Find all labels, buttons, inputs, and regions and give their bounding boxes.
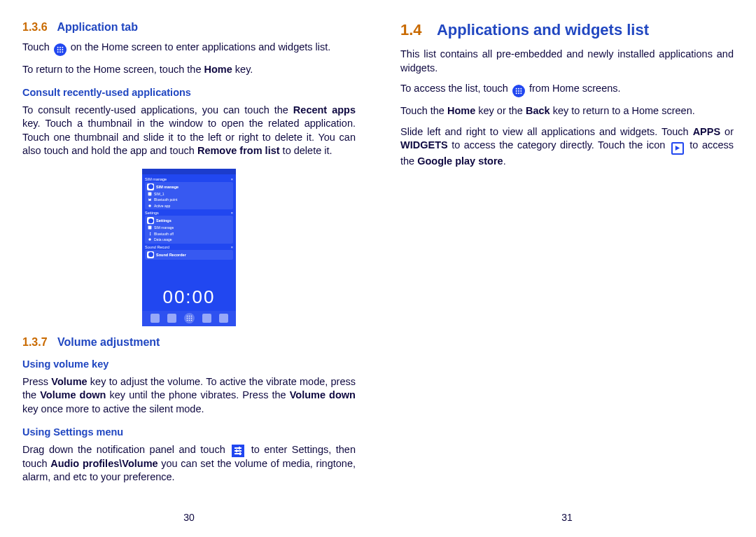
text: key to return to a Home screen. (550, 105, 695, 116)
svg-point-33 (520, 90, 522, 92)
two-page-spread: 1.3.6 Application tab Touch on the Home … (0, 0, 756, 537)
label: SIM manage (145, 177, 167, 181)
para-r3: Touch the Home key or the Back key to re… (400, 104, 734, 118)
phone-card-3-header: Sound Recorder (147, 251, 231, 258)
text: Touch the (400, 105, 447, 116)
subheading-consult: Consult recently-used applications (22, 87, 356, 98)
text: key once more to active the silent mode. (22, 403, 204, 414)
apps-grid-icon (54, 43, 66, 56)
svg-point-15 (190, 316, 192, 317)
svg-rect-22 (234, 447, 241, 449)
dock-icon (150, 314, 160, 323)
play-store-icon (671, 142, 684, 155)
svg-rect-23 (234, 450, 241, 452)
para-apptab-2: To return to the Home screen, touch the … (22, 63, 356, 77)
svg-point-4 (59, 49, 61, 50)
page-number-right: 31 (400, 512, 734, 523)
phone-card-2-header: Settings (147, 217, 231, 224)
bold-audio-profiles: Audio profiles\Volume (50, 458, 158, 469)
phone-card-row: Bluetooth off (147, 231, 231, 236)
bold-widgets: WIDGETS (400, 139, 448, 151)
svg-point-2 (62, 47, 63, 48)
close-x: × (231, 211, 233, 215)
svg-point-13 (186, 316, 188, 317)
phone-card-row: SIM_1 (147, 191, 231, 196)
row-icon (147, 197, 152, 202)
phone-screenshot: SIM manage× SIM manage SIM_1 Bluetooth p… (22, 165, 356, 326)
dock-apps-icon (184, 313, 195, 323)
phone-section-label-3: Sound Record× (145, 245, 233, 249)
text: . (503, 155, 506, 167)
svg-point-18 (190, 318, 192, 319)
svg-point-1 (59, 47, 61, 48)
row-text: Bluetooth point (154, 197, 177, 202)
close-x: × (231, 245, 233, 249)
phone-card-row: SIM manage (147, 225, 231, 230)
svg-point-19 (186, 320, 188, 321)
bold-back: Back (526, 105, 550, 116)
label: Settings (145, 211, 159, 215)
svg-point-36 (520, 92, 522, 94)
para-settings-menu: Drag down the notification panel and tou… (22, 443, 356, 484)
title: Settings (156, 218, 172, 223)
svg-point-21 (190, 320, 192, 321)
svg-point-17 (188, 318, 190, 319)
text: To access the list, touch (400, 83, 508, 94)
page-right-content: 1.4 Applications and widgets list This l… (400, 21, 734, 506)
svg-point-12 (148, 239, 151, 242)
svg-point-10 (148, 204, 151, 207)
para-apptab-1: Touch on the Home screen to enter applic… (22, 41, 356, 56)
page-right: 1.4 Applications and widgets list This l… (378, 0, 756, 537)
text: To consult recently-used applications, y… (22, 104, 293, 116)
bold-remove-from-list: Remove from list (197, 145, 280, 156)
svg-rect-27 (239, 452, 241, 455)
subheading-volume-key: Using volume key (22, 358, 356, 370)
svg-point-31 (516, 90, 517, 92)
row-text: Bluetooth off (154, 232, 174, 236)
text: key or the (475, 105, 526, 116)
svg-point-0 (57, 47, 58, 48)
page-number-left: 30 (22, 512, 356, 523)
heading-title: Applications and widgets list (437, 21, 649, 39)
heading-1-4: 1.4 Applications and widgets list (400, 21, 734, 39)
phone-dock (142, 311, 236, 326)
para-consult: To consult recently-used applications, y… (22, 104, 356, 158)
svg-point-5 (62, 49, 63, 50)
bold-home: Home (447, 105, 475, 116)
text: Press (22, 376, 51, 387)
apps-grid-icon (512, 85, 525, 97)
svg-point-28 (516, 88, 517, 90)
row-icon (147, 203, 152, 208)
bold-apps: APPS (693, 126, 721, 137)
text: To return to the Home screen, touch the (22, 64, 204, 75)
phone-card-row: Active app (147, 203, 231, 208)
phone-card-icon (147, 251, 154, 258)
row-text: SIM_1 (154, 192, 164, 196)
row-icon (147, 231, 152, 236)
heading-title: Application tab (57, 21, 138, 33)
heading-1-3-6: 1.3.6 Application tab (22, 21, 356, 34)
svg-point-30 (520, 88, 522, 90)
svg-point-8 (62, 51, 63, 53)
text: or (720, 126, 734, 137)
text: key. (232, 64, 253, 75)
dock-icon (219, 314, 228, 323)
row-text: Active app (154, 204, 170, 208)
svg-point-35 (518, 92, 519, 94)
subheading-settings-menu: Using Settings menu (22, 426, 356, 438)
para-r4: Slide left and right to view all applica… (400, 125, 734, 169)
phone-statusbar (142, 169, 236, 174)
phone-card-row: Bluetooth point (147, 197, 231, 202)
dock-icon (202, 314, 211, 323)
text: on the Home screen to enter applications… (71, 41, 331, 53)
svg-point-34 (516, 92, 517, 94)
row-icon (147, 237, 152, 242)
bold-volume: Volume (51, 376, 87, 387)
dock-icon (167, 314, 176, 323)
page-left: 1.3.6 Application tab Touch on the Home … (0, 0, 378, 537)
text: to access the category directly. Touch t… (448, 139, 666, 151)
phone-recent-apps-list: SIM manage× SIM manage SIM_1 Bluetooth p… (142, 174, 236, 285)
page-left-content: 1.3.6 Application tab Touch on the Home … (22, 21, 356, 506)
svg-rect-26 (236, 449, 237, 452)
label: Sound Record (145, 245, 169, 249)
